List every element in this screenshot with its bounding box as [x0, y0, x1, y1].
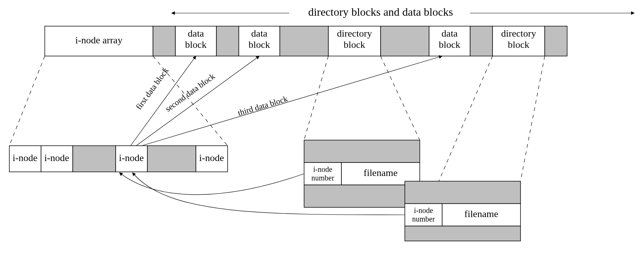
svg-text:number: number	[412, 215, 435, 223]
inode-array-detail: i-node i-node i-node i-node	[9, 146, 228, 172]
svg-rect-11	[280, 26, 328, 56]
slot-3: data block	[429, 26, 470, 56]
svg-text:number: number	[311, 174, 334, 182]
svg-line-53	[439, 56, 493, 181]
slot-0: data block	[175, 26, 216, 56]
first-arrow-label: first data block	[134, 66, 171, 111]
svg-rect-28	[73, 146, 116, 172]
svg-line-44	[304, 56, 328, 140]
svg-text:i-node: i-node	[313, 165, 332, 173]
disk-strip: i-node array data block data block direc…	[45, 26, 567, 56]
svg-rect-37	[304, 140, 420, 163]
svg-text:data: data	[441, 28, 458, 39]
dir1-to-inode-arrow	[119, 173, 304, 195]
svg-line-36	[142, 56, 442, 146]
second-arrow-label: second data block	[163, 71, 216, 114]
inode-array-label: i-node array	[75, 35, 122, 46]
header-text: directory blocks and data blocks	[308, 6, 453, 18]
third-arrow-label: third data block	[237, 94, 288, 117]
svg-text:data: data	[188, 28, 204, 39]
svg-text:i-node: i-node	[414, 206, 433, 214]
svg-text:i-node: i-node	[13, 152, 37, 163]
dir-block-1-expanded: i-node number filename	[304, 140, 420, 207]
svg-text:filename: filename	[465, 208, 498, 219]
svg-text:i-node: i-node	[44, 152, 69, 163]
svg-rect-52	[405, 226, 520, 241]
svg-rect-23	[545, 26, 567, 56]
inode-arrows: first data block second data block third…	[131, 56, 442, 146]
svg-rect-19	[470, 26, 493, 56]
slot-2: directory block	[328, 26, 381, 56]
svg-text:filename: filename	[364, 167, 398, 178]
svg-text:block: block	[508, 39, 529, 50]
svg-rect-43	[304, 185, 420, 207]
slot-1: data block	[239, 26, 280, 56]
svg-rect-3	[153, 26, 175, 56]
svg-rect-7	[216, 26, 239, 56]
dir-block-2-expanded: i-node number filename	[405, 181, 520, 241]
svg-rect-15	[381, 26, 429, 56]
svg-rect-46	[405, 181, 520, 204]
svg-text:block: block	[248, 39, 270, 50]
header-group: directory blocks and data blocks	[172, 6, 634, 18]
inode-expand-left	[9, 56, 45, 146]
svg-text:block: block	[344, 39, 365, 50]
svg-text:directory: directory	[337, 28, 372, 39]
svg-line-54	[520, 56, 545, 181]
svg-line-35	[136, 56, 259, 146]
filesystem-diagram: directory blocks and data blocks i-node …	[0, 0, 644, 269]
svg-text:data: data	[251, 28, 268, 39]
svg-text:i-node: i-node	[199, 152, 224, 163]
svg-rect-31	[147, 146, 196, 172]
svg-text:block: block	[185, 39, 207, 50]
svg-text:block: block	[439, 39, 460, 50]
slot-4: directory block	[493, 26, 545, 56]
svg-text:i-node: i-node	[119, 152, 144, 163]
svg-text:directory: directory	[501, 28, 536, 39]
